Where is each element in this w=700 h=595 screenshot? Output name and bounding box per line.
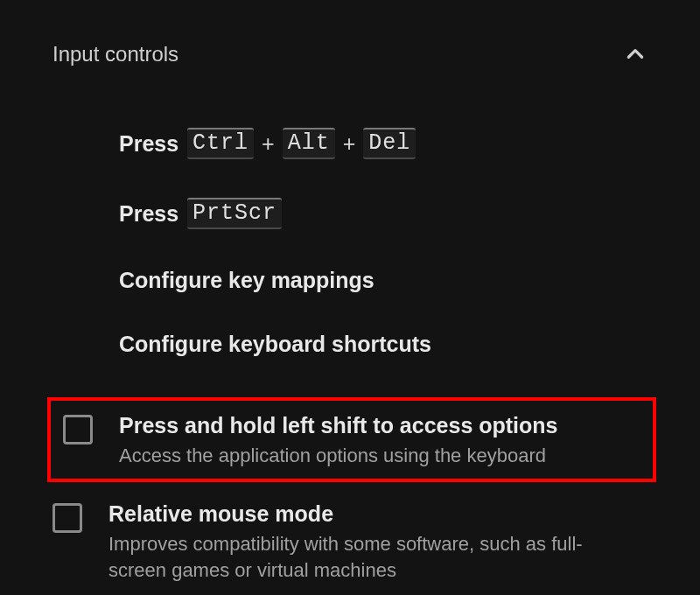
plus-icon: +	[262, 131, 275, 157]
label-prefix: Press	[119, 201, 178, 227]
label-prefix: Press	[119, 131, 178, 157]
press-prtscr-action[interactable]: Press PrtScr	[119, 178, 648, 248]
section-header[interactable]: Input controls	[52, 42, 648, 66]
item-label: Configure keyboard shortcuts	[119, 332, 431, 357]
highlight-annotation: Press and hold left shift to access opti…	[47, 397, 656, 482]
checkbox[interactable]	[63, 415, 93, 444]
key-alt: Alt	[283, 128, 335, 159]
option-title: Press and hold left shift to access opti…	[119, 411, 640, 441]
relative-mouse-option[interactable]: Relative mouse mode Improves compatibili…	[52, 489, 648, 593]
option-subtitle: Improves compatibility with some softwar…	[108, 531, 635, 583]
section-title: Input controls	[52, 42, 178, 66]
shift-access-option[interactable]: Press and hold left shift to access opti…	[56, 408, 648, 472]
press-ctrl-alt-del-action[interactable]: Press Ctrl + Alt + Del	[119, 108, 648, 178]
option-title: Relative mouse mode	[108, 500, 635, 529]
key-del: Del	[363, 128, 416, 159]
key-ctrl: Ctrl	[187, 128, 254, 159]
plus-icon: +	[343, 131, 356, 157]
configure-key-mappings-action[interactable]: Configure key mappings	[119, 248, 648, 312]
configure-keyboard-shortcuts-action[interactable]: Configure keyboard shortcuts	[119, 312, 648, 376]
option-text: Relative mouse mode Improves compatibili…	[108, 500, 635, 583]
item-label: Configure key mappings	[119, 268, 374, 293]
chevron-up-icon	[623, 42, 648, 66]
option-subtitle: Access the application options using the…	[119, 443, 640, 469]
key-prtscr: PrtScr	[187, 198, 282, 229]
option-text: Press and hold left shift to access opti…	[119, 411, 640, 468]
items-list: Press Ctrl + Alt + Del Press PrtScr Conf…	[52, 108, 648, 594]
checkbox[interactable]	[52, 503, 82, 533]
input-controls-panel: Input controls Press Ctrl + Alt + Del Pr…	[0, 0, 700, 594]
